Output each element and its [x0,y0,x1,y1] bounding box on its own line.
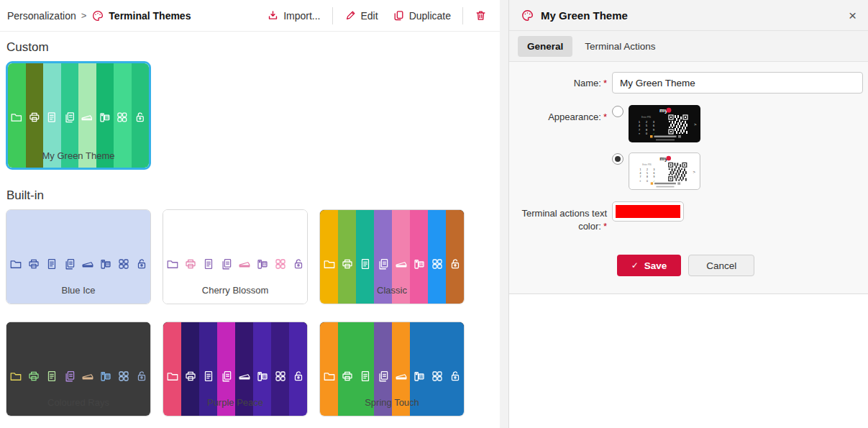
theme-thumbnail [163,322,307,388]
theme-card[interactable]: Purple Peace [163,322,308,416]
printer-icon [338,322,356,416]
folder-icon [163,322,181,416]
svg-text:7: 7 [639,129,640,132]
panel-header: My Green Theme × [509,0,868,31]
import-label: Import... [283,10,320,22]
save-label: Save [644,260,667,271]
svg-text:1: 1 [639,121,640,124]
edit-button[interactable]: Edit [339,5,384,26]
tab-terminal-actions[interactable]: Terminal Actions [575,36,664,57]
delete-button[interactable] [469,5,493,26]
theme-details-panel: My Green Theme × General Terminal Action… [508,0,868,428]
unlock-icon [132,210,150,304]
unlock-icon [289,210,307,304]
appearance-radio-dark[interactable] [612,106,623,117]
duplicate-button[interactable]: Duplicate [387,5,457,26]
unlock-icon [132,63,150,170]
breadcrumb-personalization[interactable]: Personalization [7,10,76,22]
import-button[interactable]: Import... [261,5,326,26]
name-input[interactable] [612,72,863,94]
svg-text:✓: ✓ [652,132,654,135]
terminal-actions-color-picker[interactable] [612,201,684,222]
theme-card[interactable]: Blue Ice [6,209,151,304]
theme-thumbnail [8,63,149,142]
custom-themes-row: My Green Theme [6,61,480,170]
svg-text:5: 5 [646,124,647,127]
printer-icon [181,210,199,304]
edit-pencil-icon [344,9,357,22]
cancel-button[interactable]: Cancel [688,255,754,276]
svg-text:2: 2 [647,168,648,171]
panel-tabs: General Terminal Actions [509,31,868,62]
vertical-scrollbar[interactable] [500,0,508,428]
apps-grid-icon [114,210,132,304]
appearance-options: myEnter PIN123456789×0✓> myEnter PIN1234… [612,105,863,190]
folder-icon [320,210,338,304]
apps-grid-icon [114,322,132,416]
panel-title: My Green Theme [541,9,628,22]
close-icon[interactable]: × [849,9,856,22]
appearance-radio-light[interactable] [612,153,623,165]
svg-text:2: 2 [646,121,647,124]
fax-icon [410,210,428,304]
appearance-preview-dark[interactable]: myEnter PIN123456789×0✓> [629,105,700,142]
theme-thumbnail [320,322,464,388]
appearance-option-dark[interactable]: myEnter PIN123456789×0✓> [612,105,863,142]
palette-icon [91,9,104,22]
apps-grid-icon [428,322,446,416]
svg-text:×: × [639,180,641,183]
terminal-actions-color-label: Terminal actions text color:* [509,201,607,233]
color-swatch [616,205,680,218]
appearance-option-light[interactable]: myEnter PIN123456789×0✓> [612,152,863,190]
unlock-icon [132,322,150,416]
theme-thumbnail [6,322,150,388]
trash-icon [475,9,487,22]
svg-text:Enter PIN: Enter PIN [641,116,651,119]
tab-general[interactable]: General [518,36,572,57]
check-icon: ✓ [631,260,639,270]
theme-card[interactable]: Coloured Rays [6,322,151,416]
theme-card[interactable]: Classic [319,209,465,304]
theme-thumbnail [163,210,307,276]
apps-grid-icon [271,322,289,416]
svg-text:3: 3 [654,168,655,171]
printer-icon [338,210,356,304]
svg-text:0: 0 [647,180,648,183]
document-icon [356,210,374,304]
theme-card[interactable]: Cherry Blossom [163,209,308,304]
printer-icon [181,322,199,416]
top-toolbar: Personalization > Terminal Themes Import… [0,0,500,32]
folder-icon [8,63,26,170]
appearance-field-label: Appearance:* [509,105,607,190]
theme-card[interactable]: Spring Touch [319,322,465,416]
svg-text:9: 9 [654,176,655,178]
fax-icon [96,210,114,304]
svg-text:4: 4 [639,172,641,175]
breadcrumb: Personalization > Terminal Themes [7,9,191,22]
svg-text:6: 6 [654,172,655,175]
save-button[interactable]: ✓ Save [617,255,682,276]
page-title: Terminal Themes [109,10,191,22]
printer-icon [24,322,42,416]
svg-text:Enter PIN: Enter PIN [642,163,651,166]
themes-list-region: Personalization > Terminal Themes Import… [0,0,500,428]
svg-text:×: × [639,132,640,135]
panel-form: Name:* Appearance:* myEnter PIN123456789… [509,62,868,294]
appearance-preview-light[interactable]: myEnter PIN123456789×0✓> [629,152,700,190]
theme-thumbnail [6,210,150,276]
svg-text:✓: ✓ [653,180,655,183]
unlock-icon [446,210,464,304]
section-title-custom: Custom [6,40,500,55]
palette-icon [521,9,534,22]
svg-text:0: 0 [646,132,647,135]
unlock-icon [289,322,307,416]
apps-grid-icon [271,210,289,304]
theme-card[interactable]: My Green Theme [6,61,151,170]
svg-text:6: 6 [653,124,654,127]
printer-icon [24,210,42,304]
builtin-themes-grid: Blue IceCherry BlossomClassicColoured Ra… [6,209,480,416]
import-download-icon [267,9,279,22]
folder-icon [6,322,24,416]
duplicate-copy-icon [393,9,405,22]
duplicate-label: Duplicate [409,10,451,22]
